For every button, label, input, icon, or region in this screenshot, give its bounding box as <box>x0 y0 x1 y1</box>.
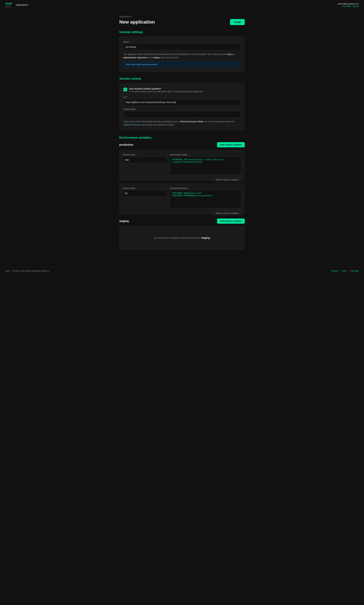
main-content: Applications / New application Create Ge… <box>115 10 249 267</box>
service-card-db-fields: Service name * Environment values POSTGR… <box>123 187 241 209</box>
footer-tagline: seelf — Painless self-hosted deployment … <box>5 270 49 272</box>
env-variables-heading: Environment variables <box>119 136 245 139</box>
token-helper-text: Token used to fetch the provided reposit… <box>123 120 241 126</box>
heart-icon: ♥ <box>350 270 351 272</box>
footer-links: Source Docs ♥ Donate <box>331 270 359 272</box>
service-name-app-label: Service name * <box>123 153 167 156</box>
env-staging-label: staging <box>119 220 129 223</box>
env-values-db-textarea[interactable]: POSTGRES_USER=prod_user POSTGRES_PASSWOR… <box>170 190 241 208</box>
env-values-db-group: Environment values POSTGRES_USER=prod_us… <box>170 187 241 209</box>
env-production-row: production Add service variables <box>119 142 245 147</box>
service-name-db-input[interactable] <box>123 190 167 196</box>
remove-service-vars-db-button[interactable]: Remove service variables <box>213 211 241 216</box>
env-staging: staging Add service variables No environ… <box>119 219 245 249</box>
service-name-app-group: Service name * <box>123 153 167 175</box>
footer-docs-link[interactable]: Docs <box>341 270 347 272</box>
create-button[interactable]: Create <box>230 19 245 25</box>
footer-donate: ♥ Donate <box>350 270 359 272</box>
general-settings-card: Name * The application name will determi… <box>119 37 245 71</box>
page-title-row: New application Create <box>119 19 245 25</box>
env-variables-section: Environment variables production Add ser… <box>119 136 245 249</box>
header-separator: - <box>351 5 353 7</box>
breadcrumb: Applications / <box>119 15 245 18</box>
env-production-label: production <box>119 143 133 146</box>
env-values-db-wrapper: POSTGRES_USER=prod_user POSTGRES_PASSWOR… <box>170 190 241 209</box>
access-token-group: Access token <box>123 108 241 117</box>
access-token-label: Access token <box>123 108 241 110</box>
url-field-group: Url * <box>123 96 241 105</box>
expose-services-link[interactable]: How does seelf expose services? <box>126 63 158 66</box>
check-icon <box>124 88 127 91</box>
github-link[interactable]: GitHub <box>123 124 130 126</box>
general-settings-heading: General settings <box>119 30 245 34</box>
name-helper-text: The application name will determine the … <box>123 53 241 59</box>
vc-toggle-label: Use version control system? <box>129 87 204 90</box>
add-service-vars-production-button[interactable]: Add service variables <box>217 142 245 147</box>
url-label: Url * <box>123 96 241 98</box>
page-title: New application <box>119 19 155 25</box>
staging-empty-card: No environment variables set for environ… <box>119 226 245 249</box>
name-input[interactable] <box>123 44 241 50</box>
env-values-db-label: Environment values <box>170 187 241 189</box>
version-control-card: Use version control system? If not under… <box>119 83 245 131</box>
env-values-app-group: Environment values DATABASE_URL=postgres… <box>170 153 241 175</box>
toggle-icon[interactable] <box>123 88 127 91</box>
staging-empty-text-2: . <box>210 236 210 239</box>
env-production: production Add service variables Service… <box>119 142 245 214</box>
log-out-link[interactable]: log out <box>353 5 359 7</box>
brand: seelf v1.0.1 <box>5 2 12 8</box>
expose-services-info[interactable]: How does seelf expose services? <box>123 61 241 68</box>
header: seelf v1.0.1 Applications admin@example.… <box>0 0 364 10</box>
name-label: Name * <box>123 41 241 43</box>
footer-source-link[interactable]: Source <box>331 270 338 272</box>
staging-empty-env-name: staging <box>201 236 210 239</box>
general-settings-section: General settings Name * The application … <box>119 30 245 71</box>
env-values-app-wrapper: DATABASE_URL=postgresql://prod_user:proc… <box>170 156 241 175</box>
service-name-app-input[interactable] <box>123 156 167 163</box>
brand-name: seelf <box>5 2 12 5</box>
breadcrumb-applications[interactable]: Applications <box>119 15 131 18</box>
service-name-db-label: Service name * <box>123 187 167 189</box>
add-service-vars-staging-button[interactable]: Add service variables <box>217 219 245 224</box>
nav-applications[interactable]: Applications <box>16 3 28 6</box>
header-actions: my profile - log out <box>338 5 359 7</box>
breadcrumb-separator: / <box>131 15 132 18</box>
service-card-db: Service name * Environment values POSTGR… <box>119 184 245 214</box>
header-left: seelf v1.0.1 Applications <box>5 2 28 8</box>
remove-service-vars-app-button[interactable]: Remove service variables <box>213 177 241 182</box>
brand-version: v1.0.1 <box>5 5 12 8</box>
my-profile-link[interactable]: my profile <box>342 5 351 7</box>
version-control-section: Version control Use version control syst… <box>119 77 245 131</box>
version-control-heading: Version control <box>119 77 245 81</box>
footer: seelf — Painless self-hosted deployment … <box>0 267 364 275</box>
service-card-app: Service name * Environment values DATABA… <box>119 150 245 181</box>
staging-empty-text-1: No environment variables set for environ… <box>154 236 201 239</box>
service-name-db-group: Service name * <box>123 187 167 209</box>
env-values-app-textarea[interactable]: DATABASE_URL=postgresql://prod_user:proc… <box>170 156 241 175</box>
vc-toggle-text: Use version control system? If not under… <box>129 87 204 93</box>
gitlab-link[interactable]: GitLab <box>134 124 140 126</box>
footer-donate-link[interactable]: Donate <box>352 270 359 272</box>
service-card-app-fields: Service name * Environment values DATABA… <box>123 153 241 175</box>
access-token-input[interactable] <box>123 111 241 117</box>
vc-toggle-sublabel: If not under version control, you will s… <box>129 90 204 93</box>
env-staging-row: staging Add service variables <box>119 219 245 224</box>
header-email: admin@example.com <box>338 2 359 5</box>
vc-toggle-row: Use version control system? If not under… <box>123 87 241 93</box>
url-input[interactable] <box>123 99 241 105</box>
env-values-app-label: Environment values <box>170 153 241 156</box>
header-right: admin@example.com my profile - log out <box>338 2 359 7</box>
name-field-group: Name * <box>123 41 241 50</box>
